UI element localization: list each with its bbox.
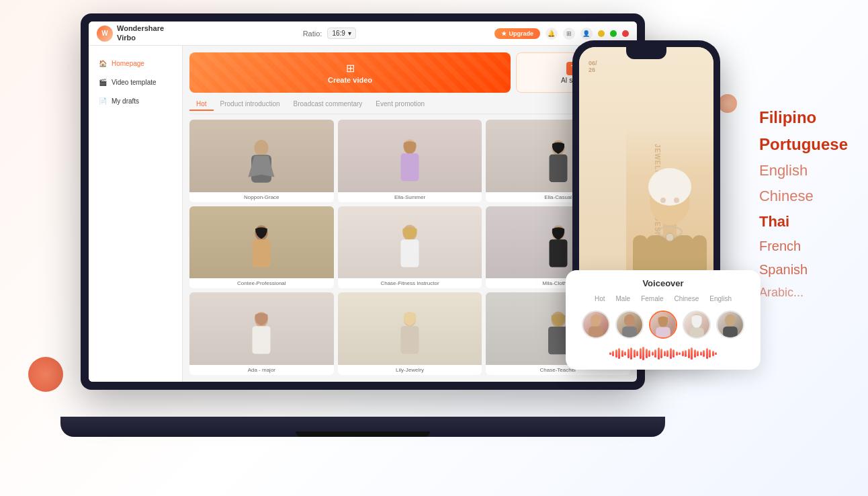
sidebar-item-homepage[interactable]: 🏠 Homepage	[89, 54, 182, 73]
bell-icon[interactable]: 🔔	[546, 28, 558, 40]
vo-avatar-3[interactable]	[649, 311, 677, 339]
tab-hot[interactable]: Hot	[189, 98, 214, 111]
app-body: 🏠 Homepage 🎬 Video template 📄 My drafts	[89, 46, 637, 382]
tab-event-promotion[interactable]: Event promotion	[369, 98, 431, 111]
vo-avatar-img-5	[716, 311, 744, 339]
wave-bar	[676, 352, 678, 356]
avatar-card-noppon[interactable]: Noppon-Grace	[189, 120, 334, 202]
svg-rect-31	[622, 327, 637, 337]
sidebar-video-label: Video template	[112, 79, 157, 86]
vo-avatar-img-1	[582, 311, 610, 339]
language-item-english[interactable]: English	[759, 158, 848, 183]
vo-avatar-1[interactable]	[582, 311, 610, 339]
vo-tab-hot[interactable]: Hot	[592, 294, 608, 304]
wave-bar	[658, 347, 660, 360]
grid-icon[interactable]: ⊞	[563, 28, 575, 40]
svg-point-0	[255, 140, 269, 156]
minimize-button[interactable]	[598, 30, 605, 37]
upgrade-button[interactable]: ★ Upgrade	[494, 28, 540, 39]
svg-point-36	[725, 315, 736, 327]
wave-bar	[712, 351, 714, 356]
vo-tab-female[interactable]: Female	[638, 294, 666, 304]
svg-rect-9	[400, 240, 419, 267]
home-icon: 🏠	[98, 58, 107, 68]
avatar-name-noppon: Noppon-Grace	[189, 192, 334, 202]
svg-point-23	[674, 198, 679, 203]
language-list: Filipino Portuguese English Chinese Thai…	[759, 104, 848, 304]
video-icon: 🎬	[98, 77, 107, 87]
sidebar-item-my-drafts[interactable]: 📄 My drafts	[89, 91, 182, 110]
create-video-button[interactable]: ⊞ Create video	[189, 52, 511, 93]
language-item-portuguese[interactable]: Portuguese	[759, 131, 848, 158]
svg-point-27	[666, 233, 674, 241]
upgrade-star-icon: ★	[501, 30, 507, 37]
language-item-french[interactable]: French	[759, 235, 848, 258]
avatar-name-chase-fitness: Chase-Fitness Instructor	[338, 278, 482, 288]
wave-bar	[634, 349, 636, 358]
maximize-button[interactable]	[610, 30, 617, 37]
close-button[interactable]	[622, 30, 629, 37]
language-item-chinese[interactable]: Chinese	[759, 183, 848, 209]
wave-bar	[636, 351, 638, 356]
app-window: W Wondershare Virbo Ratio: 16:9 ▾	[89, 22, 637, 382]
user-icon[interactable]: 👤	[580, 28, 593, 40]
decorative-circle-bottom	[28, 357, 63, 392]
wave-bar	[624, 352, 626, 356]
avatar-name-lily: Lily-Jewelry	[338, 365, 482, 375]
wave-bar	[660, 349, 662, 358]
ratio-label: Ratio:	[303, 30, 322, 38]
avatar-card-ella-summer[interactable]: Ella-Summer	[338, 120, 482, 202]
laptop-base	[60, 417, 665, 437]
avatar-card-lily[interactable]: Lily-Jewelry	[338, 292, 482, 375]
app-window-container: W Wondershare Virbo Ratio: 16:9 ▾	[89, 22, 637, 382]
ratio-select[interactable]: 16:9 ▾	[327, 28, 355, 39]
vo-avatar-2[interactable]	[615, 311, 644, 339]
wave-bar	[709, 349, 711, 358]
app-logo-icon: W	[97, 26, 113, 42]
vo-tab-english[interactable]: English	[707, 294, 734, 304]
wave-bar	[666, 350, 668, 357]
wave-bar	[654, 349, 656, 358]
language-item-spanish[interactable]: Spanish	[759, 258, 848, 282]
vo-tab-chinese[interactable]: Chinese	[672, 294, 702, 304]
svg-point-22	[660, 198, 666, 203]
vo-tab-male[interactable]: Male	[613, 294, 634, 304]
vo-avatar-4[interactable]	[683, 311, 711, 339]
draft-icon: 📄	[98, 96, 107, 106]
avatar-name-ada: Ada - major	[189, 365, 334, 375]
avatar-card-chase-fitness[interactable]: Chase-Fitness Instructor	[338, 206, 482, 289]
avatar-card-ada[interactable]: Ada - major	[189, 292, 334, 375]
titlebar-center: Ratio: 16:9 ▾	[303, 28, 356, 39]
tab-broadcast-commentary[interactable]: Broadcast commentary	[287, 98, 370, 111]
ratio-chevron-icon: ▾	[348, 30, 351, 37]
avatar-card-contee[interactable]: Contee-Professional	[189, 206, 334, 289]
svg-point-21	[648, 168, 691, 206]
laptop-screen: W Wondershare Virbo Ratio: 16:9 ▾	[81, 13, 645, 390]
tab-product-introduction[interactable]: Product introduction	[214, 98, 287, 111]
wave-bar	[652, 352, 654, 356]
voiceover-title: Voiceover	[574, 278, 752, 288]
sidebar-drafts-label: My drafts	[112, 97, 139, 105]
wave-bar	[706, 348, 708, 359]
language-item-thai[interactable]: Thai	[759, 209, 848, 235]
wave-bar	[700, 352, 702, 356]
wave-bar	[612, 351, 614, 356]
wave-bar	[697, 351, 699, 356]
sidebar-item-video-template[interactable]: 🎬 Video template	[89, 73, 182, 91]
vo-avatar-img-2	[615, 311, 644, 339]
language-item-arabic[interactable]: Arabic...	[759, 282, 848, 304]
wave-bar	[615, 349, 617, 358]
svg-rect-5	[549, 154, 567, 181]
voiceover-avatars	[574, 311, 752, 339]
avatar-name-contee: Contee-Professional	[189, 278, 334, 288]
wave-bar	[682, 351, 684, 356]
wave-bar	[670, 348, 672, 359]
svg-rect-15	[400, 326, 419, 354]
waveform	[574, 345, 752, 362]
wave-bar	[715, 352, 717, 355]
wave-bar	[648, 350, 650, 357]
decorative-circle-top	[718, 94, 737, 113]
vo-avatar-5[interactable]	[716, 311, 744, 339]
language-item-filipino[interactable]: Filipino	[759, 104, 848, 131]
svg-rect-7	[253, 240, 271, 267]
